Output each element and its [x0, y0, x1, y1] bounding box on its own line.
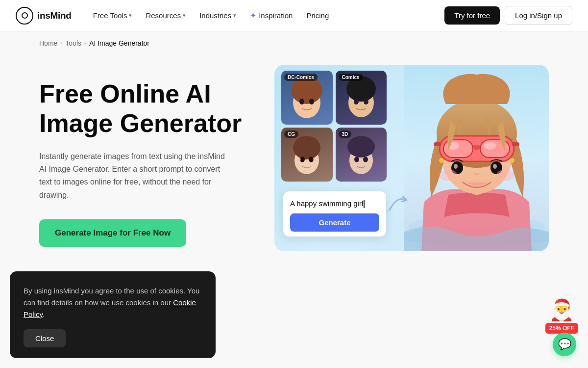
style-tag-comics: Comics	[339, 74, 363, 81]
nav-industries[interactable]: Industries ▾	[194, 8, 242, 23]
svg-point-13	[313, 158, 316, 161]
breadcrumb-tools[interactable]: Tools	[65, 39, 81, 47]
style-card-comics: Comics	[336, 71, 387, 125]
login-signup-button[interactable]: Log in/Sign up	[505, 6, 572, 25]
svg-rect-29	[473, 145, 480, 150]
svg-point-34	[454, 164, 458, 169]
svg-point-2	[299, 99, 304, 105]
breadcrumb-sep-2: ›	[84, 40, 86, 47]
logo-text: insMind	[37, 10, 72, 21]
nav-pricing[interactable]: Pricing	[300, 8, 335, 23]
svg-point-36	[440, 169, 457, 181]
image-style-grid: DC-Comics Comics	[281, 71, 387, 182]
svg-point-15	[347, 136, 375, 158]
breadcrumb: Home › Tools › AI Image Generator	[0, 31, 588, 55]
prompt-text: A happy swimming girl	[290, 198, 379, 209]
svg-point-9	[293, 136, 320, 159]
promo-badge[interactable]: 🎅 25% OFF	[545, 298, 578, 334]
hero-left: Free Online AI Image Generator Instantly…	[39, 65, 245, 247]
nav-items: Free Tools ▾ Resources ▾ Industries ▾ ✦ …	[87, 8, 429, 23]
svg-point-37	[496, 169, 514, 181]
svg-point-16	[354, 157, 359, 162]
style-tag-dc: DC-Comics	[284, 74, 318, 81]
prompt-box: A happy swimming girl Generate	[283, 191, 386, 237]
svg-point-12	[298, 158, 301, 161]
chat-icon: 💬	[558, 338, 571, 351]
svg-rect-30	[434, 142, 441, 146]
svg-point-17	[363, 157, 368, 162]
hero-description: Instantly generate images from text usin…	[39, 150, 225, 202]
breadcrumb-sep-1: ›	[60, 40, 62, 47]
nav-free-tools[interactable]: Free Tools ▾	[87, 8, 138, 23]
svg-point-7	[364, 99, 368, 105]
svg-point-6	[354, 99, 359, 105]
main-content: Free Online AI Image Generator Instantly…	[0, 55, 588, 251]
style-tag-3d: 3D	[339, 131, 352, 138]
svg-point-38	[439, 158, 444, 163]
svg-rect-31	[512, 142, 519, 146]
chevron-down-icon: ▾	[233, 12, 236, 19]
nav-actions: Try for free Log in/Sign up	[444, 6, 572, 25]
generate-button-small[interactable]: Generate	[290, 213, 379, 232]
hero-right: DC-Comics Comics	[274, 65, 549, 251]
generate-cta-button[interactable]: Generate Image for Free Now	[39, 219, 186, 247]
promo-discount-label: 25% OFF	[545, 323, 578, 334]
breadcrumb-home[interactable]: Home	[39, 39, 57, 47]
cookie-banner: By using insMind you agree to the use of…	[10, 271, 216, 358]
nav-resources[interactable]: Resources ▾	[140, 8, 192, 23]
arrow-decoration	[387, 193, 414, 217]
svg-point-35	[493, 164, 497, 169]
svg-point-39	[510, 158, 514, 163]
navbar: insMind Free Tools ▾ Resources ▾ Industr…	[0, 0, 588, 31]
chat-button[interactable]: 💬	[553, 333, 576, 356]
cookie-close-button[interactable]: Close	[24, 329, 66, 347]
breadcrumb-current: AI Image Generator	[89, 39, 149, 47]
style-card-dc-comics: DC-Comics	[281, 71, 333, 125]
style-tag-cg: CG	[284, 131, 298, 138]
svg-point-3	[309, 99, 314, 105]
text-cursor	[364, 200, 365, 208]
hero-image-area: DC-Comics Comics	[274, 65, 549, 251]
style-card-cg: CG	[281, 128, 333, 182]
nav-inspiration[interactable]: ✦ Inspiration	[244, 8, 298, 23]
logo[interactable]: insMind	[16, 7, 72, 25]
chevron-down-icon: ▾	[183, 12, 186, 19]
svg-point-28	[484, 142, 496, 150]
logo-icon	[16, 7, 33, 25]
try-for-free-button[interactable]: Try for free	[444, 6, 500, 25]
santa-icon: 🎅	[545, 298, 578, 322]
cookie-text: By using insMind you agree to the use of…	[24, 285, 202, 320]
hero-title: Free Online AI Image Generator	[39, 79, 245, 138]
sparkle-icon: ✦	[250, 11, 256, 20]
style-card-3d: 3D	[336, 128, 387, 182]
chevron-down-icon: ▾	[129, 12, 132, 19]
